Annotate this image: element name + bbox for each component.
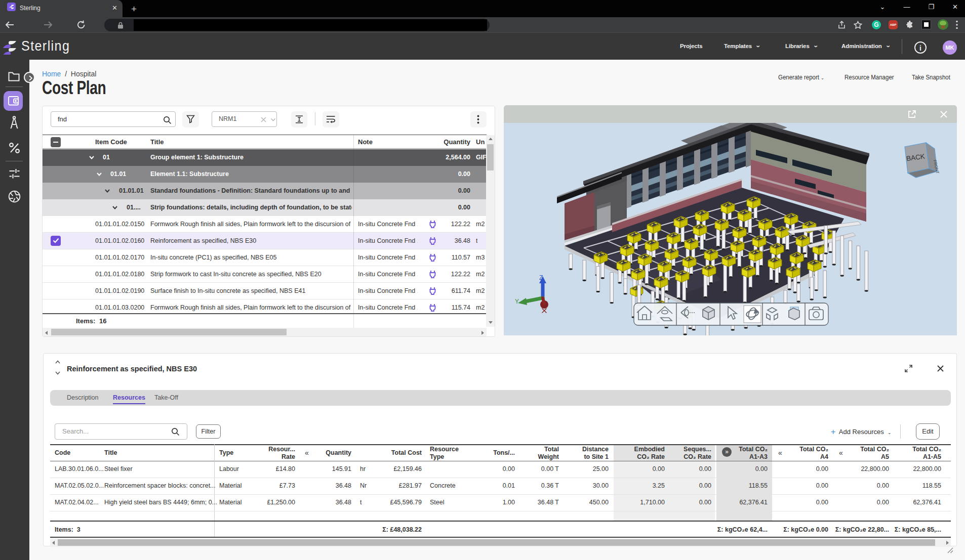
svg-text:Y: Y <box>515 298 519 305</box>
svg-text:Z: Z <box>539 274 543 281</box>
